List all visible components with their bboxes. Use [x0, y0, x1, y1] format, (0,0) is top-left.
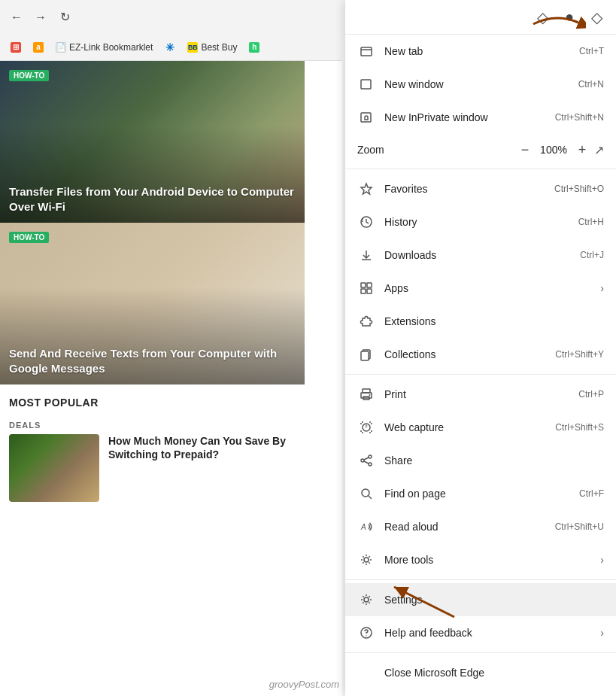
apps-label: Apps [384, 282, 594, 294]
new-window-shortcut: Ctrl+N [578, 79, 604, 90]
bestbuy-favicon: BB [187, 42, 198, 53]
divider-1 [345, 374, 616, 375]
coin-icon[interactable]: ● [559, 7, 580, 28]
menu-item-close-edge[interactable]: Close Microsoft Edge [345, 656, 616, 689]
downloads-icon [357, 246, 375, 264]
history-label: History [384, 216, 572, 228]
bookmark-amazon[interactable]: a [29, 40, 48, 55]
svg-line-33 [364, 461, 369, 463]
svg-text:A: A [360, 523, 366, 531]
context-menu: ◇ ● ◇ New tab Ctrl+T New window Ctrl+N [345, 0, 616, 696]
svg-rect-10 [361, 289, 366, 293]
menu-item-favorites[interactable]: Favorites Ctrl+Shift+O [345, 172, 616, 205]
zoom-in-button[interactable]: + [573, 141, 591, 159]
favorites-label: Favorites [384, 183, 548, 195]
article-title-1: Transfer Files from Your Android Device … [9, 184, 296, 214]
menu-item-read-aloud[interactable]: A Read aloud Ctrl+Shift+U [345, 510, 616, 543]
bookmark-ezlink[interactable]: 📄 EZ-Link Bookmarklet [51, 40, 157, 55]
print-label: Print [384, 388, 572, 400]
article-card-2: HOW-TO Send And Receive Texts from Your … [0, 223, 342, 384]
new-tab-shortcut: Ctrl+T [579, 46, 604, 56]
walmart-favicon: ✳ [165, 42, 175, 53]
bookmark-h[interactable]: h [244, 40, 264, 55]
menu-item-apps[interactable]: Apps › [345, 272, 616, 305]
menu-item-new-window[interactable]: New window Ctrl+N [345, 68, 616, 101]
new-window-icon [357, 75, 375, 93]
favorites-icon [357, 180, 375, 198]
share-label: Share [384, 454, 604, 467]
zoom-out-button[interactable]: − [516, 141, 534, 159]
menu-top-icons: ◇ ● ◇ [345, 0, 616, 35]
svg-rect-8 [361, 283, 366, 287]
menu-item-collections[interactable]: Collections Ctrl+Shift+Y [345, 338, 616, 371]
extensions-label: Extensions [384, 315, 604, 327]
svg-point-31 [369, 463, 372, 466]
web-capture-shortcut: Ctrl+Shift+S [555, 422, 604, 433]
history-icon [357, 213, 375, 231]
bookmark-bestbuy[interactable]: BB Best Buy [183, 40, 241, 55]
bookmark-windows[interactable]: ⊞ [6, 40, 26, 55]
apps-icon [357, 279, 375, 297]
svg-marker-5 [361, 184, 372, 194]
downloads-label: Downloads [384, 249, 574, 261]
menu-item-web-capture[interactable]: Web capture Ctrl+Shift+S [345, 411, 616, 444]
settings-icon [357, 591, 375, 609]
find-label: Find on page [384, 488, 573, 500]
menu-item-extensions[interactable]: Extensions [345, 305, 616, 338]
svg-line-35 [369, 496, 372, 499]
menu-item-find[interactable]: Find on page Ctrl+F [345, 477, 616, 510]
more-tools-arrow-icon: › [600, 554, 604, 566]
svg-rect-15 [361, 351, 369, 360]
collections-label: Collections [384, 348, 549, 360]
bookmark-ezlink-label: EZ-Link Bookmarklet [69, 42, 153, 53]
back-button[interactable]: ← [6, 7, 27, 28]
close-edge-label: Close Microsoft Edge [384, 667, 604, 679]
more-tools-icon [357, 551, 375, 569]
menu-item-print[interactable]: Print Ctrl+P [345, 378, 616, 411]
print-icon [357, 385, 375, 403]
svg-point-37 [364, 558, 369, 562]
zoom-fullscreen-button[interactable]: ↗ [594, 143, 604, 157]
svg-rect-4 [361, 113, 371, 122]
collections-icon [357, 345, 375, 363]
extensions-icon [357, 312, 375, 330]
history-shortcut: Ctrl+H [578, 217, 604, 227]
zoom-label: Zoom [357, 144, 516, 156]
article-badge-2: HOW-TO [9, 232, 49, 243]
read-aloud-icon: A [357, 518, 375, 536]
inprivate-shortcut: Ctrl+Shift+N [555, 112, 604, 123]
menu-item-share[interactable]: Share [345, 444, 616, 477]
deals-thumbnail [9, 434, 99, 502]
help-arrow-icon: › [600, 627, 604, 639]
bookmark-walmart[interactable]: ✳ [160, 40, 180, 55]
downloads-shortcut: Ctrl+J [580, 250, 604, 260]
zoom-controls: − 100% + [516, 141, 591, 159]
forward-button[interactable]: → [30, 7, 51, 28]
favorites-shortcut: Ctrl+Shift+O [554, 184, 604, 194]
refresh-button[interactable]: ↻ [54, 7, 75, 28]
menu-item-settings[interactable]: Settings [345, 583, 616, 616]
share-icon [357, 451, 375, 470]
svg-rect-11 [367, 289, 372, 293]
menu-item-new-tab[interactable]: New tab Ctrl+T [345, 35, 616, 68]
menu-item-more-tools[interactable]: More tools › [345, 543, 616, 576]
deals-section: DEALS How Much Money Can You Save By Swi… [0, 415, 342, 508]
article-badge-1: HOW-TO [9, 70, 49, 81]
pocket-icon-2[interactable]: ◇ [586, 7, 607, 28]
pocket-save-icon[interactable]: ◇ [532, 7, 553, 28]
svg-point-30 [361, 459, 364, 462]
most-popular-heading: MOST POPULAR [0, 384, 342, 415]
svg-rect-9 [367, 283, 372, 287]
menu-item-help[interactable]: Help and feedback › [345, 616, 616, 649]
collections-shortcut: Ctrl+Shift+Y [555, 349, 604, 360]
svg-point-40 [366, 635, 366, 636]
menu-item-downloads[interactable]: Downloads Ctrl+J [345, 239, 616, 272]
menu-item-inprivate[interactable]: New InPrivate window Ctrl+Shift+N [345, 101, 616, 134]
svg-point-19 [369, 394, 371, 396]
read-aloud-shortcut: Ctrl+Shift+U [555, 521, 604, 532]
ezlink-favicon: 📄 [56, 42, 66, 53]
article-title-2: Send And Receive Texts from Your Compute… [9, 346, 296, 375]
divider-after-zoom [345, 169, 616, 169]
settings-label: Settings [384, 594, 604, 606]
menu-item-history[interactable]: History Ctrl+H [345, 205, 616, 239]
